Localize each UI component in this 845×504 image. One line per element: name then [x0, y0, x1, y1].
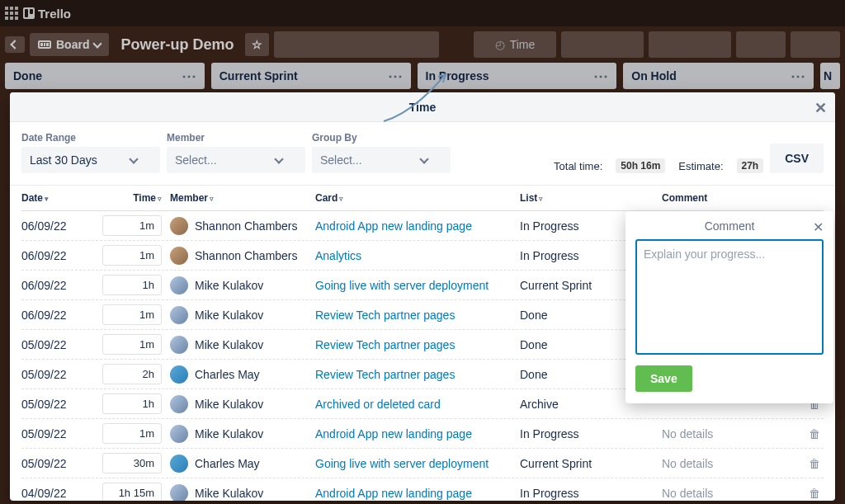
list-done[interactable]: Done ⋯ [5, 63, 205, 89]
comment-popover-header: Comment ✕ [635, 219, 824, 239]
board-view-button[interactable]: Board [30, 33, 109, 56]
avatar [170, 276, 188, 294]
cell-comment[interactable]: No details [662, 427, 805, 440]
cell-card: Archived or deleted card [315, 398, 520, 411]
comment-textarea[interactable] [635, 239, 824, 355]
chevron-down-icon [274, 154, 283, 163]
date-range-select[interactable]: Last 30 Days [21, 147, 160, 173]
cell-date: 05/09/22 [21, 427, 96, 440]
card-link[interactable]: Android App new landing page [315, 427, 472, 440]
filter-date-range: Date Range Last 30 Days [21, 132, 160, 173]
time-input[interactable] [102, 334, 162, 355]
trello-logo[interactable]: Trello [23, 7, 71, 21]
cell-member: Shannon Chambers [170, 247, 315, 265]
groupby-placeholder: Select... [320, 153, 362, 167]
list-in-progress[interactable]: In Progress ⋯ [418, 63, 617, 89]
cell-time [96, 245, 170, 266]
cell-card: Analytics [315, 249, 520, 262]
time-input[interactable] [102, 245, 162, 266]
card-link[interactable]: Review Tech partner pages [315, 368, 455, 381]
list-menu-icon[interactable]: ⋯ [593, 73, 608, 79]
chevron-down-icon [129, 154, 138, 163]
collapse-button[interactable] [5, 36, 25, 53]
trash-icon[interactable]: 🗑 [809, 427, 820, 440]
cell-list: In Progress [520, 487, 662, 500]
col-comment: Comment [662, 192, 805, 204]
card-link[interactable]: Android App new landing page [315, 219, 472, 233]
chevron-left-icon [10, 40, 19, 49]
header-pill-2[interactable] [561, 31, 644, 58]
cell-card: Going live with server deployment [315, 457, 520, 470]
star-icon: ☆ [252, 38, 262, 51]
time-modal-header: Time ✕ [10, 92, 835, 122]
time-input[interactable] [102, 423, 162, 444]
time-input[interactable] [102, 393, 162, 414]
time-input[interactable] [102, 453, 162, 473]
col-date[interactable]: Date▾ [21, 192, 96, 204]
apps-icon[interactable] [5, 7, 18, 20]
member-select[interactable]: Select... [167, 147, 305, 173]
cell-card: Going live with server deployment [315, 279, 520, 292]
cell-date: 05/09/22 [21, 368, 96, 381]
cell-comment[interactable]: No details [662, 457, 805, 470]
header-pill-4[interactable] [736, 31, 786, 58]
trello-header: Trello [0, 0, 845, 26]
cell-member: Mike Kulakov [170, 306, 315, 324]
card-link[interactable]: Archived or deleted card [315, 398, 441, 411]
time-input[interactable] [102, 304, 162, 325]
header-pill-5[interactable] [791, 31, 840, 58]
col-member[interactable]: Member▿ [170, 192, 315, 204]
header-pill-1[interactable] [274, 31, 439, 58]
time-input[interactable] [102, 364, 162, 384]
cell-date: 05/09/22 [21, 398, 96, 411]
cell-member: Mike Kulakov [170, 276, 315, 294]
trash-icon[interactable]: 🗑 [809, 457, 820, 470]
list-menu-icon[interactable]: ⋯ [388, 73, 403, 79]
table-row: 05/09/22Charles MayGoing live with serve… [21, 449, 824, 478]
header-pill-3[interactable] [649, 31, 731, 58]
card-link[interactable]: Analytics [315, 249, 361, 262]
time-input[interactable] [102, 215, 162, 236]
time-input[interactable] [102, 275, 162, 295]
avatar [170, 247, 188, 265]
board-title[interactable]: Power-up Demo [114, 36, 240, 54]
csv-button[interactable]: CSV [770, 144, 824, 173]
cell-time [96, 364, 170, 384]
comment-popover-title: Comment [705, 219, 755, 233]
time-powerup-button[interactable]: ◴ Time [474, 31, 556, 58]
card-link[interactable]: Review Tech partner pages [315, 309, 455, 322]
cell-date: 05/09/22 [21, 338, 96, 351]
star-button[interactable]: ☆ [245, 33, 269, 56]
card-link[interactable]: Review Tech partner pages [315, 338, 455, 351]
board-icon [38, 40, 51, 49]
list-on-hold[interactable]: On Hold ⋯ [623, 63, 814, 89]
col-list[interactable]: List▿ [520, 192, 662, 204]
board-view-label: Board [56, 38, 89, 51]
totals: Total time: 50h 16m Estimate: 27h [554, 158, 763, 173]
cell-card: Review Tech partner pages [315, 309, 520, 322]
card-link[interactable]: Going live with server deployment [315, 279, 489, 292]
cell-time [96, 453, 170, 473]
table-row: 05/09/22Mike KulakovAndroid App new land… [21, 419, 824, 449]
card-link[interactable]: Going live with server deployment [315, 457, 489, 470]
list-menu-icon[interactable]: ⋯ [182, 73, 196, 79]
list-title: N [824, 69, 832, 82]
close-icon[interactable]: ✕ [813, 219, 824, 235]
member-name: Mike Kulakov [195, 398, 263, 411]
list-menu-icon[interactable]: ⋯ [791, 73, 805, 79]
col-time[interactable]: Time▿ [96, 192, 170, 204]
col-card[interactable]: Card▿ [315, 192, 520, 204]
cell-comment[interactable]: No details [662, 487, 805, 500]
groupby-select[interactable]: Select... [312, 147, 451, 173]
avatar [170, 365, 188, 384]
cell-actions: 🗑 [805, 457, 824, 470]
table-header: Date▾ Time▿ Member▿ Card▿ List▿ Comment [21, 186, 824, 211]
trash-icon[interactable]: 🗑 [809, 487, 820, 500]
card-link[interactable]: Android App new landing page [315, 487, 472, 500]
close-icon[interactable]: ✕ [814, 99, 827, 117]
list-next[interactable]: N [820, 63, 840, 89]
time-input[interactable] [102, 483, 162, 501]
cell-time [96, 215, 170, 236]
save-button[interactable]: Save [635, 365, 692, 392]
list-current-sprint[interactable]: Current Sprint ⋯ [211, 63, 411, 89]
